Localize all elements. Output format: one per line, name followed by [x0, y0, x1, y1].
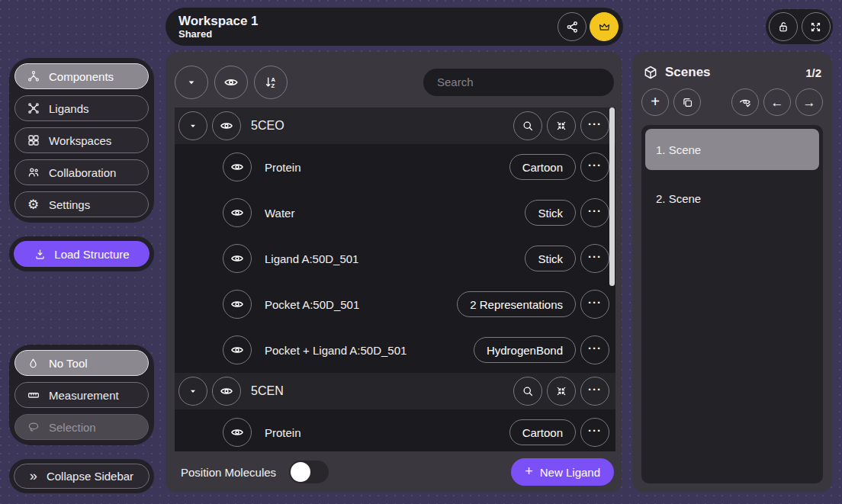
scenes-title: Scenes [665, 65, 711, 80]
add-scene-button[interactable]: + [641, 88, 669, 116]
window-controls [766, 9, 833, 44]
ellipsis-icon: ··· [588, 425, 602, 441]
component-visibility-button[interactable] [223, 418, 252, 447]
eye-icon [219, 384, 234, 399]
droplet-icon [26, 357, 40, 370]
eye-icon [230, 205, 245, 220]
tool-measurement[interactable]: Measurement [14, 382, 149, 408]
download-icon [34, 248, 47, 261]
group-more-button[interactable]: ··· [580, 377, 609, 406]
arrow-left-icon: ← [771, 96, 784, 109]
collapse-sidebar-wrap: » Collapse Sidebar [9, 459, 154, 493]
previous-scene-button[interactable]: ← [763, 88, 791, 116]
group-more-button[interactable]: ··· [580, 111, 609, 140]
tool-selection: Selection [14, 414, 149, 440]
component-more-button[interactable]: ··· [580, 198, 609, 227]
premium-button[interactable] [590, 12, 619, 41]
collapse-all-button[interactable] [175, 66, 208, 99]
group-visibility-button[interactable] [212, 377, 241, 406]
representation-badge[interactable]: Stick [525, 200, 576, 226]
load-structure-button[interactable]: Load Structure [14, 241, 149, 267]
new-ligand-button[interactable]: + New Ligand [511, 458, 614, 486]
sidebar-item-label: Settings [49, 198, 90, 211]
component-more-button[interactable]: ··· [580, 335, 609, 364]
sort-button[interactable]: AZ [254, 66, 288, 99]
plus-icon: + [525, 464, 533, 480]
component-visibility-button[interactable] [223, 335, 252, 364]
ellipsis-icon: ··· [588, 118, 602, 134]
component-row[interactable]: Pocket A:50D_501 2 Representations ··· [175, 281, 615, 327]
eye-icon [230, 159, 245, 175]
component-more-button[interactable]: ··· [580, 152, 609, 181]
load-structure-wrap: Load Structure [9, 236, 154, 271]
group-visibility-button[interactable] [212, 111, 241, 140]
components-footer: Position Molecules + New Ligand [166, 451, 622, 493]
sidebar-item-ligands[interactable]: Ligands [14, 95, 149, 121]
component-row[interactable]: Water Stick ··· [175, 190, 615, 236]
structure-group-header[interactable]: 5CEO ··· [175, 108, 615, 144]
component-label: Pocket + Ligand A:50D_501 [265, 344, 407, 357]
chevron-down-icon [187, 120, 199, 132]
group-zoom-button[interactable] [513, 377, 542, 406]
plus-icon: + [651, 94, 660, 111]
component-visibility-button[interactable] [223, 198, 252, 227]
group-collapse-button[interactable] [178, 111, 207, 140]
scene-item[interactable]: 1. Scene [645, 129, 819, 170]
component-label: Protein [265, 426, 301, 439]
workspace-title: Workspace 1 [178, 14, 259, 28]
scene-item[interactable]: 2. Scene [645, 178, 819, 219]
components-list: 5CEO ··· Protein Cartoon ··· [175, 108, 615, 451]
component-more-button[interactable]: ··· [580, 290, 609, 319]
toggle-knob [291, 462, 310, 482]
representation-badge[interactable]: Stick [525, 246, 576, 271]
lock-button[interactable] [769, 12, 798, 41]
duplicate-scene-button[interactable] [673, 88, 701, 116]
sidebar-item-settings[interactable]: ⚙ Settings [14, 191, 149, 217]
component-visibility-button[interactable] [223, 244, 252, 273]
representation-badge[interactable]: HydrogenBond [474, 337, 576, 363]
position-molecules-toggle[interactable] [289, 461, 329, 483]
collapse-sidebar-label: Collapse Sidebar [47, 470, 133, 483]
eye-check-icon [738, 95, 753, 110]
collapse-sidebar-button[interactable]: » Collapse Sidebar [14, 464, 149, 489]
share-button[interactable] [558, 12, 587, 41]
chevron-down-icon [185, 75, 198, 89]
group-focus-button[interactable] [547, 111, 576, 140]
component-row[interactable]: Protein Cartoon ··· [175, 409, 615, 451]
group-focus-button[interactable] [547, 377, 576, 406]
component-row[interactable]: Pocket + Ligand A:50D_501 HydrogenBond ·… [175, 327, 615, 373]
preview-scene-button[interactable] [731, 88, 759, 116]
component-visibility-button[interactable] [223, 152, 252, 181]
component-more-button[interactable]: ··· [580, 244, 609, 273]
compress-icon [555, 385, 567, 397]
component-row[interactable]: Ligand A:50D_501 Stick ··· [175, 236, 615, 281]
component-more-button[interactable]: ··· [580, 418, 609, 447]
structure-name: 5CEN [251, 384, 284, 398]
sidebar-item-collaboration[interactable]: Collaboration [14, 159, 149, 185]
structure-group-header[interactable]: 5CEN ··· [175, 373, 615, 409]
ellipsis-icon: ··· [588, 251, 602, 267]
representation-badge[interactable]: 2 Representations [457, 291, 576, 317]
representation-badge[interactable]: Cartoon [509, 154, 576, 180]
next-scene-button[interactable]: → [795, 88, 823, 116]
sidebar-item-workspaces[interactable]: Workspaces [14, 127, 149, 153]
components-toolbar: AZ [166, 52, 622, 108]
representation-badge[interactable]: Cartoon [509, 419, 576, 445]
visibility-all-button[interactable] [214, 66, 248, 99]
group-zoom-button[interactable] [513, 111, 542, 140]
sidebar-item-label: Components [49, 70, 114, 83]
unlock-icon [776, 20, 790, 34]
cube-icon [643, 65, 658, 80]
components-icon [26, 69, 40, 83]
component-visibility-button[interactable] [223, 290, 252, 319]
component-row[interactable]: Protein Cartoon ··· [175, 144, 615, 190]
compress-icon [555, 120, 567, 132]
chevron-down-icon [187, 385, 199, 397]
search-input[interactable] [423, 69, 614, 96]
fullscreen-button[interactable] [802, 12, 831, 41]
ruler-icon [26, 388, 40, 402]
scrollbar-thumb[interactable] [609, 108, 615, 286]
group-collapse-button[interactable] [178, 377, 207, 406]
tool-no-tool[interactable]: No Tool [14, 350, 149, 376]
sidebar-item-components[interactable]: Components [14, 63, 149, 89]
